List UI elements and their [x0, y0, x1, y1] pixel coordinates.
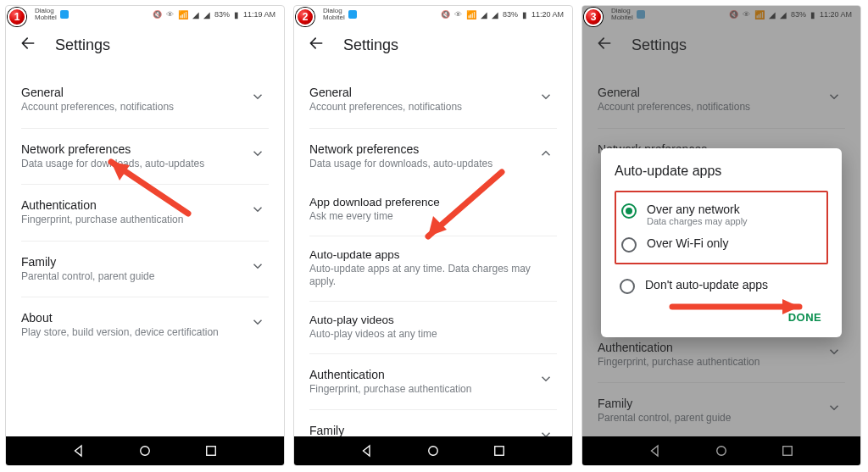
- back-arrow-icon[interactable]: [308, 35, 325, 55]
- clock: 11:20 AM: [531, 10, 564, 19]
- svg-rect-3: [207, 447, 216, 456]
- item-subtitle: Fingerprint, purchase authentication: [21, 214, 243, 227]
- subitem-auto-play-videos[interactable]: Auto-play videos Auto-play videos at any…: [309, 302, 557, 354]
- done-button[interactable]: DONE: [782, 306, 828, 329]
- radio-label: Over any network: [647, 203, 748, 216]
- step-badge: 2: [296, 8, 314, 26]
- eye-comfort-icon: [166, 10, 174, 19]
- signal-icon: [481, 10, 487, 19]
- chevron-down-icon: [538, 89, 554, 104]
- item-title: App download preference: [309, 196, 554, 208]
- item-title: Family: [21, 255, 243, 269]
- item-subtitle: Account preferences, notifications: [21, 101, 243, 114]
- radio-label: Over Wi-Fi only: [647, 236, 728, 250]
- settings-item-network-preferences[interactable]: Network preferences Data usage for downl…: [21, 129, 269, 186]
- chevron-down-icon: [250, 202, 265, 217]
- item-subtitle: Account preferences, notifications: [309, 101, 531, 114]
- battery-icon: [522, 10, 527, 19]
- signal-icon-2: [203, 10, 210, 19]
- screenshot-step-1: 1 Dialog Mobitel 83% 11:19 AM Settings: [5, 5, 285, 466]
- item-title: General: [21, 86, 243, 99]
- item-title: General: [309, 86, 531, 99]
- chevron-down-icon: [250, 258, 265, 274]
- sim-icon: [348, 10, 357, 19]
- mute-icon: [153, 10, 162, 19]
- item-title: Authentication: [21, 198, 243, 212]
- battery-percent: 83%: [503, 10, 518, 19]
- clock: 11:19 AM: [243, 10, 275, 19]
- signal-icon-2: [492, 10, 498, 19]
- screenshot-step-2: 2 Dialog Mobitel 83% 11:20 AM Settings: [293, 5, 573, 466]
- subitem-auto-update-apps[interactable]: Auto-update apps Auto-update apps at any…: [309, 236, 557, 302]
- app-header: Settings: [294, 23, 572, 64]
- screenshot-step-3: 3 Dialog Mobitel 83% 11:20 AM Settings: [581, 5, 861, 466]
- step-badge: 1: [8, 8, 26, 26]
- svg-rect-7: [495, 447, 504, 456]
- item-subtitle: Auto-play videos at any time: [309, 328, 554, 342]
- highlighted-option-group: Over any network Data charges may apply …: [615, 191, 828, 264]
- nav-recent-icon[interactable]: [492, 443, 507, 458]
- radio-icon: [621, 237, 637, 253]
- page-title: Settings: [55, 36, 110, 54]
- carrier-label: Dialog Mobitel: [323, 8, 345, 21]
- item-title: Network preferences: [21, 142, 243, 156]
- nav-home-icon[interactable]: [426, 443, 441, 458]
- settings-item-network-preferences[interactable]: Network preferences Data usage for downl…: [309, 129, 557, 185]
- battery-icon: [234, 10, 239, 19]
- settings-list: General Account preferences, notificatio…: [294, 64, 572, 456]
- auto-update-dialog: Auto-update apps Over any network Data c…: [601, 148, 842, 337]
- radio-option-dont-update[interactable]: Don't auto-update apps: [615, 269, 828, 297]
- nav-home-icon[interactable]: [137, 443, 153, 458]
- item-subtitle: Auto-update apps at any time. Data charg…: [309, 263, 554, 289]
- item-subtitle: Fingerprint, purchase authentication: [309, 383, 531, 397]
- item-subtitle: Parental control, parent guide: [21, 270, 243, 284]
- settings-item-family[interactable]: Family Parental control, parent guide: [21, 242, 269, 298]
- dialog-title: Auto-update apps: [615, 164, 828, 179]
- nav-recent-icon[interactable]: [203, 443, 219, 458]
- item-subtitle: Data usage for downloads, auto-updates: [309, 158, 531, 171]
- radio-label: Don't auto-update apps: [645, 278, 768, 292]
- settings-item-general[interactable]: General Account preferences, notificatio…: [309, 72, 557, 129]
- radio-icon: [621, 203, 637, 219]
- sim-icon: [60, 10, 69, 19]
- chevron-down-icon: [538, 371, 554, 386]
- mute-icon: [441, 10, 450, 19]
- nav-back-icon[interactable]: [71, 443, 86, 458]
- chevron-up-icon: [538, 146, 554, 161]
- battery-percent: 83%: [214, 10, 230, 19]
- chevron-down-icon: [250, 146, 265, 161]
- chevron-down-icon: [250, 314, 265, 330]
- item-title: Network preferences: [309, 142, 531, 156]
- item-subtitle: Data usage for downloads, auto-updates: [21, 158, 243, 171]
- signal-icon: [192, 10, 199, 19]
- settings-item-authentication[interactable]: Authentication Fingerprint, purchase aut…: [21, 185, 269, 242]
- wifi-icon: [178, 10, 188, 19]
- eye-comfort-icon: [454, 10, 462, 19]
- svg-point-6: [429, 447, 438, 456]
- app-header: Settings: [6, 23, 284, 64]
- page-title: Settings: [343, 36, 398, 54]
- back-arrow-icon[interactable]: [19, 35, 36, 55]
- item-title: Auto-update apps: [309, 248, 554, 261]
- svg-point-2: [141, 447, 150, 456]
- radio-sublabel: Data charges may apply: [647, 216, 748, 226]
- item-title: Family: [309, 424, 531, 437]
- wifi-icon: [466, 10, 476, 19]
- chevron-down-icon: [250, 89, 265, 104]
- item-subtitle: Ask me every time: [309, 210, 554, 224]
- radio-option-wifi-only[interactable]: Over Wi-Fi only: [620, 231, 823, 258]
- nav-back-icon[interactable]: [359, 443, 375, 458]
- item-title: Authentication: [309, 368, 531, 381]
- radio-option-any-network[interactable]: Over any network Data charges may apply: [620, 197, 823, 231]
- item-subtitle: Play store, build version, device certif…: [21, 326, 243, 340]
- carrier-label: Dialog Mobitel: [35, 8, 57, 21]
- settings-item-authentication[interactable]: Authentication Fingerprint, purchase aut…: [309, 354, 557, 411]
- subitem-app-download-preference[interactable]: App download preference Ask me every tim…: [309, 184, 557, 236]
- settings-list: General Account preferences, notificatio…: [6, 64, 284, 353]
- item-title: Auto-play videos: [309, 314, 554, 326]
- status-bar: Dialog Mobitel 83% 11:20 AM: [294, 6, 572, 23]
- status-bar: Dialog Mobitel 83% 11:19 AM: [6, 6, 284, 23]
- settings-item-general[interactable]: General Account preferences, notificatio…: [21, 72, 269, 129]
- settings-item-about[interactable]: About Play store, build version, device …: [21, 297, 269, 353]
- android-navbar: [6, 436, 284, 465]
